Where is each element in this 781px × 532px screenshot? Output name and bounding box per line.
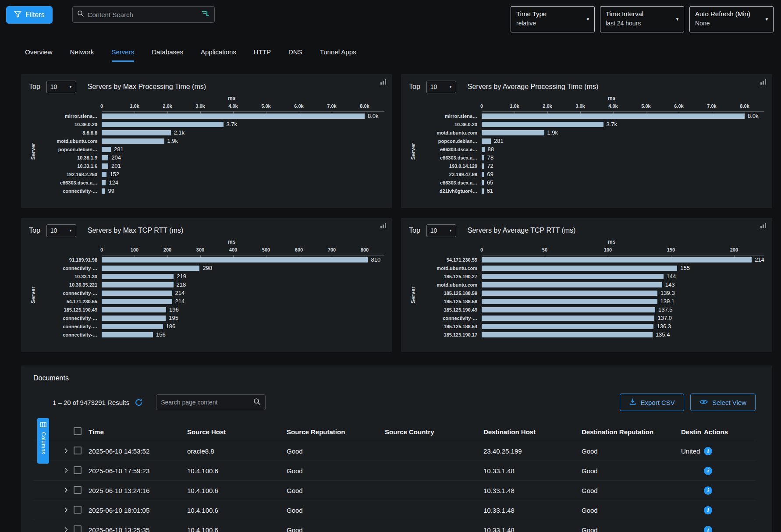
time-interval-select[interactable]: Time Interval last 24 hours ▼ bbox=[600, 6, 684, 32]
bar[interactable] bbox=[482, 316, 654, 321]
info-icon[interactable]: i bbox=[704, 467, 712, 475]
bar[interactable] bbox=[102, 274, 174, 279]
bar-row: 10.36.0.203.7k bbox=[416, 120, 764, 128]
col-header-source-country[interactable]: Source Country bbox=[385, 428, 483, 436]
tab-overview[interactable]: Overview bbox=[25, 48, 53, 62]
bar[interactable] bbox=[482, 147, 485, 152]
bar[interactable] bbox=[482, 155, 484, 160]
bar-row: mirror.siena…8.0k bbox=[416, 112, 764, 120]
bar[interactable] bbox=[482, 163, 484, 169]
bar[interactable] bbox=[482, 266, 677, 271]
bar[interactable] bbox=[482, 332, 653, 337]
page-search-input[interactable] bbox=[161, 399, 253, 406]
bar[interactable] bbox=[102, 122, 224, 127]
query-language-icon[interactable] bbox=[201, 10, 210, 19]
select-view-button[interactable]: Select View bbox=[690, 394, 756, 411]
auto-refresh-select[interactable]: Auto Refresh (Min) None ▼ bbox=[689, 6, 774, 32]
tab-http[interactable]: HTTP bbox=[254, 48, 271, 62]
chart-panel-max-processing-time: Top 10▼ Servers by Max Processing Time (… bbox=[21, 74, 392, 208]
bar-row: 193.0.14.12972 bbox=[416, 162, 764, 170]
bar[interactable] bbox=[482, 307, 655, 312]
col-header-destination-host[interactable]: Destination Host bbox=[483, 428, 582, 436]
filters-button[interactable]: Filters bbox=[6, 6, 53, 24]
bar[interactable] bbox=[102, 266, 199, 271]
page-search[interactable] bbox=[156, 394, 266, 410]
category-label: motd.ubuntu.com bbox=[416, 266, 482, 271]
bar[interactable] bbox=[102, 188, 105, 194]
bar[interactable] bbox=[102, 113, 365, 119]
info-icon[interactable]: i bbox=[704, 486, 712, 495]
bar[interactable] bbox=[482, 257, 752, 262]
bar[interactable] bbox=[102, 332, 153, 337]
bar[interactable] bbox=[482, 180, 484, 185]
bar[interactable] bbox=[102, 316, 166, 321]
columns-grid-icon bbox=[40, 421, 46, 429]
bar[interactable] bbox=[482, 138, 491, 144]
tab-tunnel-apps[interactable]: Tunnel Apps bbox=[320, 48, 356, 62]
row-checkbox[interactable] bbox=[74, 506, 82, 514]
bar[interactable] bbox=[102, 180, 106, 185]
col-header-destination-country[interactable]: Destin bbox=[681, 428, 704, 436]
info-icon[interactable]: i bbox=[704, 506, 712, 514]
bar[interactable] bbox=[102, 155, 108, 160]
row-expand-icon[interactable] bbox=[63, 468, 69, 473]
info-icon[interactable]: i bbox=[704, 526, 712, 532]
tab-servers[interactable]: Servers bbox=[112, 48, 135, 62]
col-header-time[interactable]: Time bbox=[89, 428, 187, 436]
select-all-checkbox[interactable] bbox=[74, 427, 82, 435]
top-n-select[interactable]: 10▼ bbox=[46, 81, 76, 93]
columns-button[interactable]: Columns bbox=[37, 418, 49, 464]
bar[interactable] bbox=[102, 172, 106, 177]
info-icon[interactable]: i bbox=[704, 447, 712, 455]
top-n-select[interactable]: 10▼ bbox=[46, 224, 76, 237]
tab-databases[interactable]: Databases bbox=[152, 48, 183, 62]
col-header-source-host[interactable]: Source Host bbox=[187, 428, 287, 436]
bar[interactable] bbox=[102, 257, 368, 262]
row-checkbox[interactable] bbox=[74, 486, 82, 494]
row-expand-icon[interactable] bbox=[63, 527, 69, 532]
bar[interactable] bbox=[482, 130, 544, 135]
content-search[interactable] bbox=[72, 6, 215, 23]
value-label: 281 bbox=[494, 138, 504, 144]
bar[interactable] bbox=[482, 274, 664, 279]
row-checkbox[interactable] bbox=[74, 447, 82, 454]
bar[interactable] bbox=[482, 299, 657, 304]
row-expand-icon[interactable] bbox=[63, 487, 69, 493]
top-n-select[interactable]: 10▼ bbox=[426, 81, 456, 93]
chart-options-icon[interactable] bbox=[380, 78, 387, 86]
bar[interactable] bbox=[102, 282, 174, 287]
time-type-select[interactable]: Time Type relative ▼ bbox=[511, 6, 595, 32]
chart-options-icon[interactable] bbox=[380, 222, 387, 230]
bar[interactable] bbox=[102, 324, 163, 329]
bar[interactable] bbox=[482, 324, 653, 329]
bar[interactable] bbox=[482, 122, 604, 127]
content-search-input[interactable] bbox=[88, 11, 198, 18]
row-checkbox[interactable] bbox=[74, 525, 82, 532]
bar[interactable] bbox=[482, 188, 484, 194]
bar[interactable] bbox=[102, 291, 172, 296]
row-expand-icon[interactable] bbox=[63, 448, 69, 454]
bar[interactable] bbox=[482, 172, 484, 177]
bar[interactable] bbox=[102, 163, 108, 169]
refresh-icon[interactable] bbox=[135, 398, 143, 407]
bar[interactable] bbox=[102, 130, 171, 135]
bar[interactable] bbox=[102, 299, 172, 304]
col-header-source-reputation[interactable]: Source Reputation bbox=[287, 428, 385, 436]
export-csv-button[interactable]: Export CSV bbox=[620, 394, 684, 411]
bar[interactable] bbox=[102, 147, 111, 152]
bar[interactable] bbox=[482, 113, 745, 119]
bar[interactable] bbox=[482, 282, 662, 287]
row-expand-icon[interactable] bbox=[63, 507, 69, 513]
tab-applications[interactable]: Applications bbox=[201, 48, 236, 62]
tab-dns[interactable]: DNS bbox=[288, 48, 302, 62]
bar-row: 54.171.230.55214 bbox=[416, 255, 764, 264]
chart-options-icon[interactable] bbox=[760, 78, 767, 86]
bar[interactable] bbox=[482, 291, 657, 296]
bar[interactable] bbox=[102, 307, 166, 312]
col-header-destination-reputation[interactable]: Destination Reputation bbox=[582, 428, 681, 436]
bar[interactable] bbox=[102, 138, 164, 144]
top-n-select[interactable]: 10▼ bbox=[426, 224, 456, 237]
row-checkbox[interactable] bbox=[74, 466, 82, 474]
tab-network[interactable]: Network bbox=[70, 48, 94, 62]
chart-options-icon[interactable] bbox=[760, 222, 767, 230]
